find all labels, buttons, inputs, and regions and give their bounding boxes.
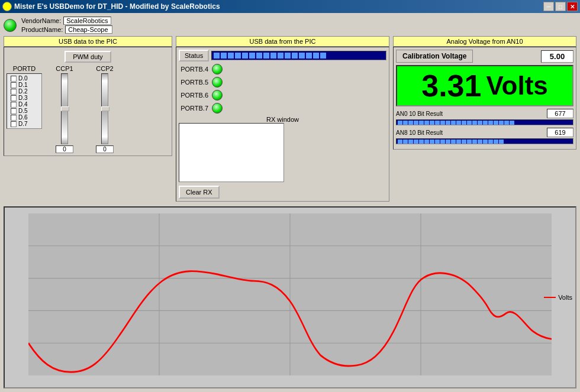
- vendor-name-row: VendorName: ScaleRobotics: [21, 17, 112, 25]
- portb-label: PORTB.4: [179, 66, 208, 73]
- portb-led: [212, 77, 223, 88]
- usb-to-panel: USB data to the PIC PWM duty PORTD D.0D.…: [4, 36, 172, 202]
- maximize-button[interactable]: □: [555, 2, 566, 11]
- portd-pin-row: D.6: [11, 114, 38, 121]
- info-bar: VendorName: ScaleRobotics ProductName: C…: [4, 17, 576, 34]
- portd-label: PORTD: [13, 65, 36, 72]
- port-checkbox[interactable]: [11, 89, 17, 95]
- an0-value: 677: [547, 109, 573, 118]
- port-pin-label: D.2: [18, 88, 28, 95]
- port-pin-label: D.7: [18, 121, 28, 127]
- port-checkbox[interactable]: [11, 82, 17, 88]
- an8-bar-segment: [408, 140, 413, 144]
- portb-rows: PORTB.4PORTB.5PORTB.6PORTB.7: [179, 64, 386, 114]
- an0-bar-segment: [446, 121, 450, 125]
- portd-pin-row: D.5: [11, 108, 38, 114]
- chart-legend: Volts: [544, 294, 572, 301]
- port-pin-label: D.0: [18, 75, 28, 82]
- an0-bar-segment: [494, 121, 498, 125]
- port-pin-label: D.1: [18, 82, 28, 88]
- portb-row: PORTB.4: [179, 64, 386, 74]
- portd-pin-row: D.4: [11, 101, 38, 108]
- an8-bar-segment: [414, 140, 418, 144]
- portb-row: PORTB.6: [179, 90, 386, 101]
- an8-bar-segment: [419, 140, 424, 144]
- portd-box: D.0D.1D.2D.3D.4D.5D.6D.7: [7, 73, 42, 129]
- chart-svg: 0 1 2 3 4 5: [28, 213, 552, 375]
- port-checkbox[interactable]: [11, 115, 17, 121]
- an0-bar-segment: [424, 121, 429, 125]
- port-checkbox[interactable]: [11, 108, 17, 114]
- vendor-info: VendorName: ScaleRobotics ProductName: C…: [21, 17, 112, 34]
- legend-line: [544, 297, 556, 298]
- port-checkbox[interactable]: [11, 121, 17, 127]
- portb-row: PORTB.7: [179, 103, 386, 114]
- calibration-value[interactable]: 5.00: [541, 50, 573, 63]
- an8-label: AN8 10 Bit Result: [396, 129, 443, 136]
- rx-window-label: RX window: [179, 116, 386, 123]
- an0-bar-segment: [456, 121, 461, 125]
- ccp1-slider-thumb[interactable]: [61, 106, 69, 111]
- progress-segment: [313, 53, 319, 59]
- port-checkbox[interactable]: [11, 102, 17, 108]
- portb-label: PORTB.6: [179, 92, 208, 99]
- an8-bar-segment: [499, 140, 504, 144]
- voltage-display: 3.31 Volts: [396, 65, 573, 106]
- an8-bar-segment: [488, 140, 493, 144]
- ccp2-slider-thumb[interactable]: [101, 106, 109, 111]
- port-checkbox[interactable]: [11, 95, 17, 101]
- an8-row: AN8 10 Bit Result 619: [396, 128, 573, 137]
- product-label: ProductName:: [21, 26, 63, 33]
- analog-content: Calibration Voltage 5.00 3.31 Volts AN0 …: [393, 47, 576, 150]
- portd-pin-row: D.1: [11, 82, 38, 88]
- ccp1-label: CCP1: [56, 65, 73, 72]
- an8-bar-segment: [440, 140, 445, 144]
- progress-segment: [263, 53, 269, 59]
- an0-bar-segment: [419, 121, 424, 125]
- connection-indicator: [4, 19, 17, 32]
- an8-bar-fill: [397, 139, 505, 144]
- rx-textarea[interactable]: [179, 123, 284, 182]
- an0-bar-segment: [408, 121, 413, 125]
- portd-pin-row: D.0: [11, 75, 38, 82]
- progress-segments: [212, 51, 328, 60]
- an0-bar-segment: [499, 121, 504, 125]
- an0-bar-segment: [478, 121, 482, 125]
- an8-bar-segment: [478, 140, 482, 144]
- rx-area: RX window: [179, 116, 386, 183]
- port-pin-label: D.5: [18, 108, 28, 114]
- pwm-duty-button[interactable]: PWM duty: [65, 51, 111, 63]
- an0-bar-segment: [414, 121, 418, 125]
- title-bar: Mister E's USBDemo for DT_HID - Modified…: [0, 0, 580, 13]
- progress-segment: [299, 53, 305, 59]
- calibration-label: Calibration Voltage: [396, 50, 473, 63]
- minimize-button[interactable]: ─: [543, 2, 554, 11]
- progress-segment: [285, 53, 291, 59]
- an0-bar-segment: [510, 121, 514, 125]
- an0-bar-segment: [451, 121, 456, 125]
- window-controls: ─ □ ✕: [543, 2, 578, 11]
- status-button[interactable]: Status: [179, 50, 209, 61]
- status-progress-bar: [211, 51, 386, 60]
- usb-from-label: USB data from the PIC: [176, 36, 389, 47]
- an8-bar-segment: [456, 140, 461, 144]
- portd-ccp-row: PORTD D.0D.1D.2D.3D.4D.5D.6D.7 CCP1 0 CC…: [7, 65, 169, 153]
- an0-bar-segment: [504, 121, 509, 125]
- title-text: Mister E's USBDemo for DT_HID - Modified…: [14, 2, 220, 11]
- an8-bar-segment: [430, 140, 434, 144]
- portd-pin-row: D.7: [11, 121, 38, 127]
- clear-rx-button[interactable]: Clear RX: [179, 186, 220, 199]
- an0-bar-segment: [462, 121, 466, 125]
- port-checkbox[interactable]: [11, 76, 17, 82]
- an0-bar-segment: [430, 121, 434, 125]
- usb-to-content: PWM duty PORTD D.0D.1D.2D.3D.4D.5D.6D.7 …: [4, 47, 172, 156]
- portb-label: PORTB.5: [179, 79, 208, 86]
- progress-segment: [242, 53, 248, 59]
- an0-bar-segment: [483, 121, 488, 125]
- analog-label: Analog Voltage from AN10: [393, 36, 576, 47]
- progress-segment: [306, 53, 312, 59]
- port-pin-label: D.6: [18, 114, 28, 121]
- close-button[interactable]: ✕: [567, 2, 578, 11]
- an0-bar-fill: [397, 120, 515, 125]
- calibration-row: Calibration Voltage 5.00: [396, 50, 573, 63]
